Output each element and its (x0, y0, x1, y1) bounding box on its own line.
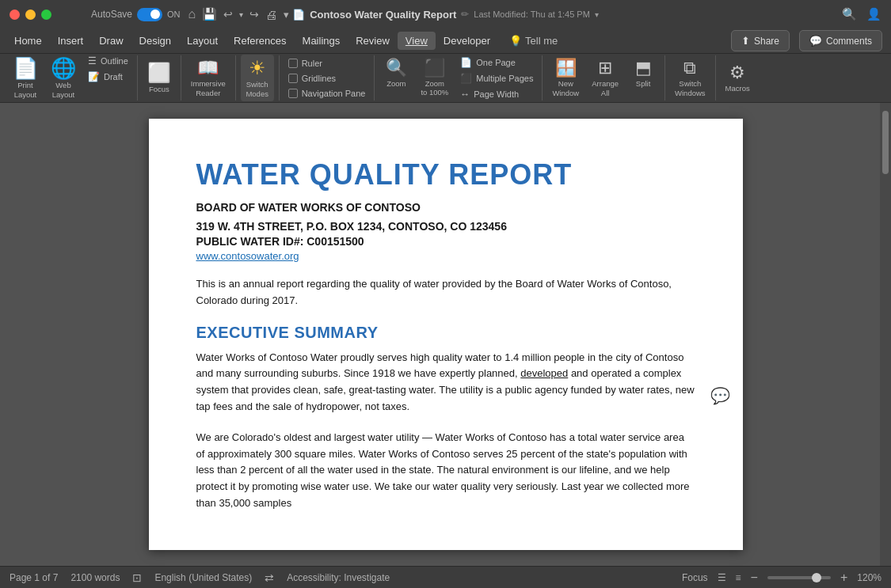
autosave-toggle[interactable] (137, 8, 162, 21)
titlebar-right: 🔍 👤 (842, 7, 881, 21)
autosave-area: AutoSave ON (91, 8, 181, 21)
switch-modes-button[interactable]: ☀ SwitchModes (241, 55, 274, 101)
draft-button[interactable]: 📝 Draft (84, 70, 132, 84)
arrange-all-button[interactable]: ⊞ ArrangeAll (587, 55, 623, 101)
new-window-icon: 🪟 (555, 59, 577, 78)
exec-summary-p1: Water Works of Contoso Water proudly ser… (196, 350, 695, 415)
comment-bubble[interactable]: 💬 (710, 386, 730, 405)
more-icon[interactable]: ▾ (284, 9, 289, 21)
web-layout-button[interactable]: 🌐 WebLayout (46, 54, 81, 102)
accessibility-label[interactable]: Accessibility: Investigate (287, 572, 390, 583)
modified-dropdown-icon[interactable]: ▾ (595, 10, 599, 19)
print-icon[interactable]: 🖨 (265, 8, 277, 21)
menu-references[interactable]: References (226, 32, 294, 50)
menu-review[interactable]: Review (348, 32, 398, 50)
gridlines-button[interactable]: Gridlines (284, 72, 370, 85)
one-page-button[interactable]: 📄 One Page (456, 55, 537, 70)
document-address1: 319 W. 4TH STREET, P.O. BOX 1234, CONTOS… (196, 220, 695, 233)
zoom-100-icon: ⬛ (424, 59, 445, 78)
zoom-plus-button[interactable]: + (840, 571, 847, 585)
share-label: Share (754, 36, 779, 47)
zoom-minus-button[interactable]: − (751, 571, 758, 585)
navigation-label: Navigation Pane (302, 89, 366, 98)
ribbon-group-macros: ⚙ Macros (716, 55, 760, 101)
close-button[interactable] (10, 9, 20, 20)
focus-button-status[interactable]: Focus (682, 572, 708, 583)
ribbon-group-immersive: 📖 ImmersiveReader (181, 55, 236, 101)
align-center-icon[interactable]: ≡ (736, 572, 741, 583)
outline-button[interactable]: ☰ Outline (84, 54, 132, 68)
traffic-lights (10, 9, 51, 20)
immersive-reader-button[interactable]: 📖 ImmersiveReader (186, 55, 230, 101)
switch-modes-label: SwitchModes (246, 80, 268, 98)
search-icon[interactable]: 🔍 (842, 7, 857, 21)
switch-modes-icon: ☀ (249, 58, 266, 78)
new-window-button[interactable]: 🪟 NewWindow (547, 55, 584, 101)
share-button[interactable]: ⬆ Share (731, 30, 790, 51)
scrollbar-thumb[interactable] (882, 111, 889, 174)
print-layout-button[interactable]: 📄 PrintLayout (8, 54, 43, 102)
print-layout-label: PrintLayout (14, 81, 37, 99)
menubar: Home Insert Draw Design Layout Reference… (0, 28, 891, 54)
track-changes-icon[interactable]: ⇄ (265, 571, 274, 584)
minimize-button[interactable] (25, 9, 36, 20)
gridlines-checkbox[interactable] (288, 74, 298, 83)
zoom-button[interactable]: 🔍 Zoom (379, 55, 413, 92)
menu-draw[interactable]: Draw (91, 32, 131, 50)
titlebar: AutoSave ON ⌂ 💾 ↩ ▾ ↪ 🖨 ▾ 📄 Contoso Wate… (0, 0, 891, 28)
split-button[interactable]: ⬒ Split (626, 55, 660, 92)
statusbar: Page 1 of 7 2100 words ⊡ English (United… (0, 566, 891, 588)
focus-icon: ⬜ (147, 63, 171, 83)
word-count: 2100 words (70, 572, 120, 583)
menu-home[interactable]: Home (6, 32, 50, 50)
ribbon: 📄 PrintLayout 🌐 WebLayout ☰ Outline 📝 Dr… (0, 54, 891, 103)
ruler-button[interactable]: Ruler (284, 57, 370, 70)
macros-button[interactable]: ⚙ Macros (721, 60, 755, 97)
zoom-100-button[interactable]: ⬛ Zoomto 100% (416, 55, 453, 101)
autosave-label: AutoSave (91, 9, 132, 20)
web-layout-label: WebLayout (52, 81, 75, 99)
navigation-pane-button[interactable]: Navigation Pane (284, 87, 370, 100)
page-info: Page 1 of 7 (10, 572, 58, 583)
comments-button[interactable]: 💬 Comments (799, 30, 882, 51)
menu-layout[interactable]: Layout (179, 32, 226, 50)
undo-dropdown-icon[interactable]: ▾ (239, 10, 243, 19)
redo-icon[interactable]: ↪ (249, 8, 259, 21)
menu-developer[interactable]: Developer (436, 32, 498, 50)
multiple-pages-label: Multiple Pages (476, 74, 533, 83)
tell-me-btn[interactable]: 💡 Tell me (503, 32, 564, 50)
ruler-checkbox[interactable] (288, 59, 298, 68)
zoom-label: Zoom (386, 79, 406, 88)
gridlines-label: Gridlines (302, 74, 336, 83)
switch-windows-button[interactable]: ⧉ SwitchWindows (670, 55, 710, 101)
zoom-slider-area[interactable] (767, 576, 831, 579)
page-width-button[interactable]: ↔ Page Width (456, 87, 537, 101)
document-website[interactable]: www.contosowater.org (196, 250, 695, 262)
ruler-label: Ruler (302, 59, 322, 68)
save-icon[interactable]: 💾 (202, 7, 217, 21)
autosave-state: ON (167, 9, 181, 19)
zoom-slider[interactable] (767, 576, 831, 579)
home-icon[interactable]: ⌂ (188, 7, 196, 21)
menu-mailings[interactable]: Mailings (295, 32, 348, 50)
align-left-icon[interactable]: ☰ (718, 572, 726, 583)
scrollbar[interactable] (880, 103, 891, 566)
zoom-slider-thumb[interactable] (812, 573, 821, 582)
multiple-pages-icon: ⬛ (460, 73, 472, 84)
one-page-label: One Page (476, 58, 516, 67)
multiple-pages-button[interactable]: ⬛ Multiple Pages (456, 71, 537, 85)
switch-windows-icon: ⧉ (683, 59, 696, 78)
navigation-checkbox[interactable] (288, 89, 298, 98)
fullscreen-button[interactable] (41, 9, 51, 20)
menu-insert[interactable]: Insert (50, 32, 92, 50)
outline-label: Outline (101, 56, 128, 66)
undo-icon[interactable]: ↩ (223, 8, 233, 21)
menu-view[interactable]: View (398, 32, 436, 50)
profile-icon[interactable]: 👤 (866, 7, 881, 21)
autosave-knob (150, 9, 160, 19)
zoom-100-label: Zoomto 100% (421, 79, 448, 97)
word-count-icon[interactable]: ⊡ (132, 571, 142, 584)
focus-button[interactable]: ⬜ Focus (143, 59, 176, 97)
zoom-icon: 🔍 (386, 59, 407, 78)
menu-design[interactable]: Design (131, 32, 179, 50)
